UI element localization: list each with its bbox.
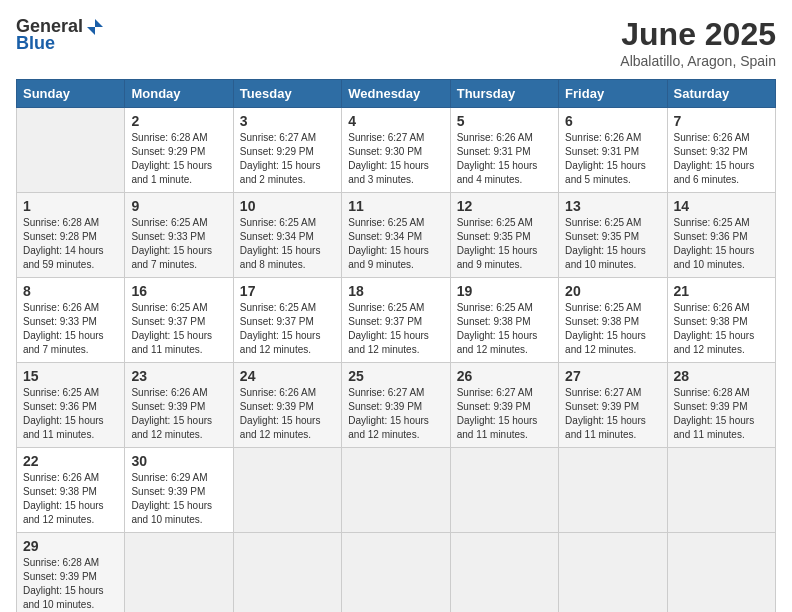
day-number: 25 [348,368,443,384]
table-row: 22 Sunrise: 6:26 AM Sunset: 9:38 PM Dayl… [17,448,125,533]
table-row: 10 Sunrise: 6:25 AM Sunset: 9:34 PM Dayl… [233,193,341,278]
day-info: Sunrise: 6:25 AM Sunset: 9:34 PM Dayligh… [240,216,335,272]
day-info: Sunrise: 6:25 AM Sunset: 9:37 PM Dayligh… [240,301,335,357]
header-tuesday: Tuesday [233,80,341,108]
day-number: 3 [240,113,335,129]
day-number: 10 [240,198,335,214]
calendar-row: 22 Sunrise: 6:26 AM Sunset: 9:38 PM Dayl… [17,448,776,533]
day-number: 16 [131,283,226,299]
calendar-row: 8 Sunrise: 6:26 AM Sunset: 9:33 PM Dayli… [17,278,776,363]
header-sunday: Sunday [17,80,125,108]
header-friday: Friday [559,80,667,108]
table-row [559,533,667,613]
table-row [17,108,125,193]
day-info: Sunrise: 6:28 AM Sunset: 9:39 PM Dayligh… [674,386,769,442]
table-row: 26 Sunrise: 6:27 AM Sunset: 9:39 PM Dayl… [450,363,558,448]
day-number: 6 [565,113,660,129]
day-number: 19 [457,283,552,299]
day-number: 30 [131,453,226,469]
day-number: 4 [348,113,443,129]
table-row: 13 Sunrise: 6:25 AM Sunset: 9:35 PM Dayl… [559,193,667,278]
month-title: June 2025 [620,16,776,53]
table-row: 3 Sunrise: 6:27 AM Sunset: 9:29 PM Dayli… [233,108,341,193]
day-number: 17 [240,283,335,299]
page-header: General Blue June 2025 Albalatillo, Arag… [16,16,776,69]
day-number: 29 [23,538,118,554]
day-number: 22 [23,453,118,469]
table-row [233,448,341,533]
day-info: Sunrise: 6:29 AM Sunset: 9:39 PM Dayligh… [131,471,226,527]
day-info: Sunrise: 6:26 AM Sunset: 9:33 PM Dayligh… [23,301,118,357]
day-number: 9 [131,198,226,214]
day-number: 26 [457,368,552,384]
table-row: 20 Sunrise: 6:25 AM Sunset: 9:38 PM Dayl… [559,278,667,363]
calendar-row: 15 Sunrise: 6:25 AM Sunset: 9:36 PM Dayl… [17,363,776,448]
day-info: Sunrise: 6:26 AM Sunset: 9:31 PM Dayligh… [457,131,552,187]
table-row: 6 Sunrise: 6:26 AM Sunset: 9:31 PM Dayli… [559,108,667,193]
table-row: 11 Sunrise: 6:25 AM Sunset: 9:34 PM Dayl… [342,193,450,278]
day-number: 2 [131,113,226,129]
table-row [125,533,233,613]
day-number: 24 [240,368,335,384]
table-row: 1 Sunrise: 6:28 AM Sunset: 9:28 PM Dayli… [17,193,125,278]
table-row: 21 Sunrise: 6:26 AM Sunset: 9:38 PM Dayl… [667,278,775,363]
table-row: 14 Sunrise: 6:25 AM Sunset: 9:36 PM Dayl… [667,193,775,278]
day-number: 27 [565,368,660,384]
header-saturday: Saturday [667,80,775,108]
svg-marker-0 [87,19,103,35]
day-info: Sunrise: 6:25 AM Sunset: 9:37 PM Dayligh… [348,301,443,357]
day-info: Sunrise: 6:26 AM Sunset: 9:39 PM Dayligh… [131,386,226,442]
table-row: 15 Sunrise: 6:25 AM Sunset: 9:36 PM Dayl… [17,363,125,448]
day-info: Sunrise: 6:25 AM Sunset: 9:33 PM Dayligh… [131,216,226,272]
day-info: Sunrise: 6:26 AM Sunset: 9:39 PM Dayligh… [240,386,335,442]
table-row [342,448,450,533]
table-row: 30 Sunrise: 6:29 AM Sunset: 9:39 PM Dayl… [125,448,233,533]
table-row: 27 Sunrise: 6:27 AM Sunset: 9:39 PM Dayl… [559,363,667,448]
table-row: 18 Sunrise: 6:25 AM Sunset: 9:37 PM Dayl… [342,278,450,363]
table-row [667,533,775,613]
day-number: 28 [674,368,769,384]
table-row [450,448,558,533]
day-number: 14 [674,198,769,214]
table-row [450,533,558,613]
day-info: Sunrise: 6:25 AM Sunset: 9:35 PM Dayligh… [457,216,552,272]
calendar-header-row: Sunday Monday Tuesday Wednesday Thursday… [17,80,776,108]
day-number: 15 [23,368,118,384]
logo: General Blue [16,16,105,54]
table-row: 19 Sunrise: 6:25 AM Sunset: 9:38 PM Dayl… [450,278,558,363]
table-row: 7 Sunrise: 6:26 AM Sunset: 9:32 PM Dayli… [667,108,775,193]
day-info: Sunrise: 6:25 AM Sunset: 9:34 PM Dayligh… [348,216,443,272]
calendar-row: 1 Sunrise: 6:28 AM Sunset: 9:28 PM Dayli… [17,193,776,278]
location: Albalatillo, Aragon, Spain [620,53,776,69]
day-number: 11 [348,198,443,214]
calendar-table: Sunday Monday Tuesday Wednesday Thursday… [16,79,776,612]
day-info: Sunrise: 6:25 AM Sunset: 9:38 PM Dayligh… [565,301,660,357]
title-area: June 2025 Albalatillo, Aragon, Spain [620,16,776,69]
day-info: Sunrise: 6:25 AM Sunset: 9:36 PM Dayligh… [23,386,118,442]
day-info: Sunrise: 6:27 AM Sunset: 9:39 PM Dayligh… [457,386,552,442]
day-info: Sunrise: 6:25 AM Sunset: 9:38 PM Dayligh… [457,301,552,357]
logo-icon [85,17,105,37]
table-row: 23 Sunrise: 6:26 AM Sunset: 9:39 PM Dayl… [125,363,233,448]
day-number: 18 [348,283,443,299]
table-row: 17 Sunrise: 6:25 AM Sunset: 9:37 PM Dayl… [233,278,341,363]
day-number: 21 [674,283,769,299]
table-row [342,533,450,613]
table-row: 12 Sunrise: 6:25 AM Sunset: 9:35 PM Dayl… [450,193,558,278]
day-info: Sunrise: 6:27 AM Sunset: 9:39 PM Dayligh… [565,386,660,442]
table-row: 29 Sunrise: 6:28 AM Sunset: 9:39 PM Dayl… [17,533,125,613]
day-number: 5 [457,113,552,129]
day-info: Sunrise: 6:28 AM Sunset: 9:39 PM Dayligh… [23,556,118,612]
header-monday: Monday [125,80,233,108]
day-info: Sunrise: 6:25 AM Sunset: 9:36 PM Dayligh… [674,216,769,272]
day-info: Sunrise: 6:26 AM Sunset: 9:32 PM Dayligh… [674,131,769,187]
day-info: Sunrise: 6:27 AM Sunset: 9:29 PM Dayligh… [240,131,335,187]
table-row: 28 Sunrise: 6:28 AM Sunset: 9:39 PM Dayl… [667,363,775,448]
day-info: Sunrise: 6:28 AM Sunset: 9:29 PM Dayligh… [131,131,226,187]
day-info: Sunrise: 6:27 AM Sunset: 9:39 PM Dayligh… [348,386,443,442]
table-row: 9 Sunrise: 6:25 AM Sunset: 9:33 PM Dayli… [125,193,233,278]
table-row [559,448,667,533]
day-info: Sunrise: 6:26 AM Sunset: 9:31 PM Dayligh… [565,131,660,187]
day-number: 7 [674,113,769,129]
day-info: Sunrise: 6:26 AM Sunset: 9:38 PM Dayligh… [674,301,769,357]
